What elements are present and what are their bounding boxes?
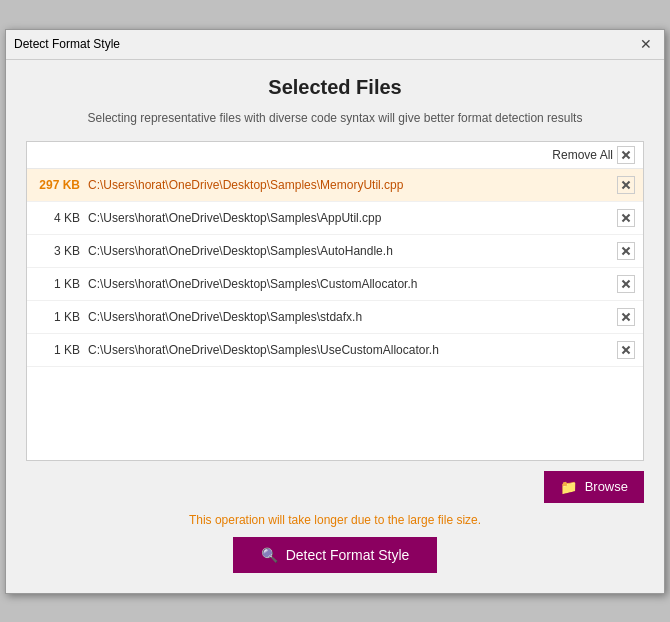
file-size: 1 KB — [35, 310, 80, 324]
file-row: 1 KBC:\Users\horat\OneDrive\Desktop\Samp… — [27, 334, 643, 367]
remove-file-button[interactable] — [617, 341, 635, 359]
browse-button[interactable]: 📁 Browse — [544, 471, 644, 503]
dialog-content: Selected Files Selecting representative … — [6, 60, 664, 593]
file-size: 1 KB — [35, 343, 80, 357]
file-row: 4 KBC:\Users\horat\OneDrive\Desktop\Samp… — [27, 202, 643, 235]
close-button[interactable]: ✕ — [636, 34, 656, 54]
warning-text: This operation will take longer due to t… — [26, 513, 644, 527]
file-row: 297 KBC:\Users\horat\OneDrive\Desktop\Sa… — [27, 169, 643, 202]
page-title: Selected Files — [26, 76, 644, 99]
remove-file-button[interactable] — [617, 308, 635, 326]
remove-file-icon — [620, 278, 632, 290]
file-list-container: Remove All 297 KBC:\Users\horat\OneDrive… — [26, 141, 644, 461]
file-size: 1 KB — [35, 277, 80, 291]
remove-file-icon — [620, 311, 632, 323]
remove-all-label: Remove All — [552, 148, 613, 162]
file-path: C:\Users\horat\OneDrive\Desktop\Samples\… — [88, 310, 609, 324]
remove-all-row: Remove All — [27, 142, 643, 169]
file-path: C:\Users\horat\OneDrive\Desktop\Samples\… — [88, 211, 609, 225]
file-rows: 297 KBC:\Users\horat\OneDrive\Desktop\Sa… — [27, 169, 643, 367]
file-path: C:\Users\horat\OneDrive\Desktop\Samples\… — [88, 244, 609, 258]
detect-label: Detect Format Style — [286, 547, 410, 563]
title-bar: Detect Format Style ✕ — [6, 30, 664, 60]
file-row: 3 KBC:\Users\horat\OneDrive\Desktop\Samp… — [27, 235, 643, 268]
browse-label: Browse — [585, 479, 628, 494]
dialog-title: Detect Format Style — [14, 37, 120, 51]
remove-file-button[interactable] — [617, 176, 635, 194]
file-size: 297 KB — [35, 178, 80, 192]
folder-icon: 📁 — [560, 479, 577, 495]
remove-file-icon — [620, 344, 632, 356]
file-size: 3 KB — [35, 244, 80, 258]
remove-all-button[interactable] — [617, 146, 635, 164]
remove-file-icon — [620, 212, 632, 224]
remove-file-icon — [620, 179, 632, 191]
remove-file-button[interactable] — [617, 275, 635, 293]
detect-icon: 🔍 — [261, 547, 278, 563]
remove-file-button[interactable] — [617, 209, 635, 227]
file-row: 1 KBC:\Users\horat\OneDrive\Desktop\Samp… — [27, 301, 643, 334]
dialog: Detect Format Style ✕ Selected Files Sel… — [5, 29, 665, 594]
file-row: 1 KBC:\Users\horat\OneDrive\Desktop\Samp… — [27, 268, 643, 301]
subtitle: Selecting representative files with dive… — [26, 111, 644, 125]
file-size: 4 KB — [35, 211, 80, 225]
file-path: C:\Users\horat\OneDrive\Desktop\Samples\… — [88, 178, 609, 192]
remove-file-icon — [620, 245, 632, 257]
file-path: C:\Users\horat\OneDrive\Desktop\Samples\… — [88, 343, 609, 357]
bottom-row: 📁 Browse — [26, 471, 644, 503]
file-path: C:\Users\horat\OneDrive\Desktop\Samples\… — [88, 277, 609, 291]
detect-format-style-button[interactable]: 🔍 Detect Format Style — [233, 537, 438, 573]
detect-btn-row: 🔍 Detect Format Style — [26, 537, 644, 573]
remove-file-button[interactable] — [617, 242, 635, 260]
remove-all-icon — [620, 149, 632, 161]
